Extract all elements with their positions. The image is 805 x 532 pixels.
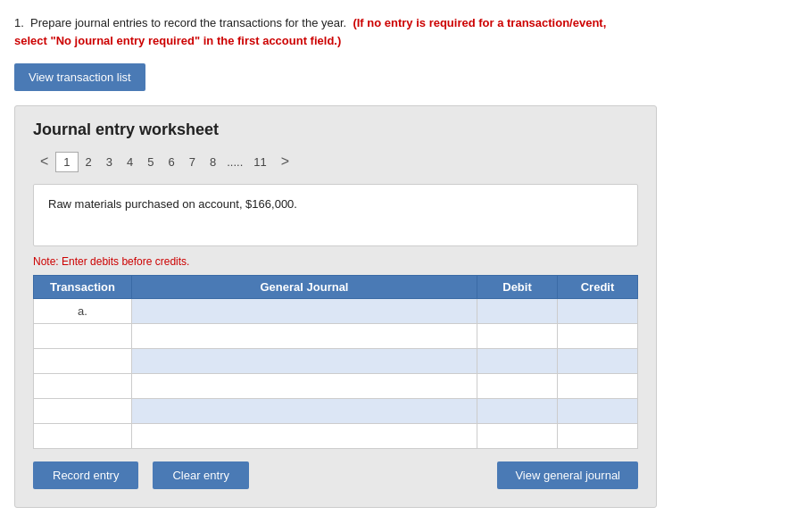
- credit-input[interactable]: [563, 429, 632, 443]
- general-journal-input[interactable]: [137, 304, 471, 318]
- transaction-cell: [34, 374, 132, 399]
- debit-input[interactable]: [483, 404, 552, 418]
- credit-cell[interactable]: [558, 424, 638, 449]
- page-2-button[interactable]: 2: [79, 152, 99, 172]
- credit-input[interactable]: [563, 354, 632, 368]
- transaction-cell: a.: [34, 299, 132, 324]
- transaction-description: Raw materials purchased on account, $166…: [33, 184, 638, 246]
- page-5-button[interactable]: 5: [140, 152, 161, 172]
- pagination: < 1 2 3 4 5 6 7 8 ..... 11 >: [33, 150, 638, 173]
- worksheet-container: Journal entry worksheet < 1 2 3 4 5 6 7 …: [14, 105, 657, 508]
- debit-cell[interactable]: [477, 324, 558, 349]
- general-journal-cell[interactable]: [132, 299, 477, 324]
- record-entry-button[interactable]: Record entry: [33, 461, 138, 489]
- col-header-credit: Credit: [558, 276, 638, 299]
- page-8-button[interactable]: 8: [203, 152, 223, 172]
- general-journal-input[interactable]: [137, 379, 471, 393]
- instructions-container: 1. Prepare journal entries to record the…: [14, 14, 791, 49]
- next-page-button[interactable]: >: [274, 150, 296, 173]
- credit-input[interactable]: [563, 404, 632, 418]
- table-row: [34, 374, 638, 399]
- debit-cell[interactable]: [477, 349, 558, 374]
- transaction-cell: [34, 424, 132, 449]
- view-general-journal-button[interactable]: View general journal: [497, 461, 638, 489]
- debit-cell[interactable]: [477, 399, 558, 424]
- page-6-button[interactable]: 6: [162, 152, 182, 172]
- table-row: a.: [34, 299, 638, 324]
- table-row: [34, 324, 638, 349]
- col-header-debit: Debit: [477, 276, 558, 299]
- credit-cell[interactable]: [558, 349, 638, 374]
- general-journal-input[interactable]: [137, 329, 471, 343]
- page-4-button[interactable]: 4: [120, 152, 140, 172]
- general-journal-cell[interactable]: [132, 424, 477, 449]
- debit-input[interactable]: [483, 304, 552, 318]
- transaction-cell: [34, 399, 132, 424]
- general-journal-input[interactable]: [137, 404, 471, 418]
- debit-cell[interactable]: [477, 424, 558, 449]
- page-11-button[interactable]: 11: [246, 152, 273, 172]
- debit-input[interactable]: [483, 354, 552, 368]
- worksheet-title: Journal entry worksheet: [33, 121, 638, 139]
- general-journal-cell[interactable]: [132, 324, 477, 349]
- credit-input[interactable]: [563, 379, 632, 393]
- general-journal-input[interactable]: [137, 429, 471, 443]
- credit-input[interactable]: [563, 329, 632, 343]
- credit-cell[interactable]: [558, 299, 638, 324]
- credit-cell[interactable]: [558, 399, 638, 424]
- page-1-button[interactable]: 1: [55, 152, 78, 172]
- instruction-number: 1.: [14, 16, 24, 29]
- table-row: [34, 399, 638, 424]
- general-journal-input[interactable]: [137, 354, 471, 368]
- general-journal-cell[interactable]: [132, 374, 477, 399]
- page-7-button[interactable]: 7: [182, 152, 203, 172]
- debit-input[interactable]: [483, 379, 552, 393]
- page-3-button[interactable]: 3: [99, 152, 120, 172]
- credit-cell[interactable]: [558, 324, 638, 349]
- col-header-general-journal: General Journal: [132, 276, 477, 299]
- general-journal-cell[interactable]: [132, 349, 477, 374]
- note-text: Note: Enter debits before credits.: [33, 255, 638, 268]
- view-transaction-button[interactable]: View transaction list: [14, 63, 145, 91]
- transaction-cell: [34, 349, 132, 374]
- table-row: [34, 424, 638, 449]
- credit-input[interactable]: [563, 304, 632, 318]
- instruction-text-normal: Prepare journal entries to record the tr…: [30, 16, 346, 29]
- debit-cell[interactable]: [477, 374, 558, 399]
- debit-cell[interactable]: [477, 299, 558, 324]
- table-row: [34, 349, 638, 374]
- debit-input[interactable]: [483, 429, 552, 443]
- page-dots: .....: [223, 152, 246, 172]
- prev-page-button[interactable]: <: [33, 150, 55, 173]
- general-journal-cell[interactable]: [132, 399, 477, 424]
- action-buttons-row: Record entry Clear entry View general jo…: [33, 461, 638, 489]
- col-header-transaction: Transaction: [34, 276, 132, 299]
- credit-cell[interactable]: [558, 374, 638, 399]
- journal-table: Transaction General Journal Debit Credit…: [33, 275, 638, 449]
- transaction-cell: [34, 324, 132, 349]
- debit-input[interactable]: [483, 329, 552, 343]
- clear-entry-button[interactable]: Clear entry: [153, 461, 249, 489]
